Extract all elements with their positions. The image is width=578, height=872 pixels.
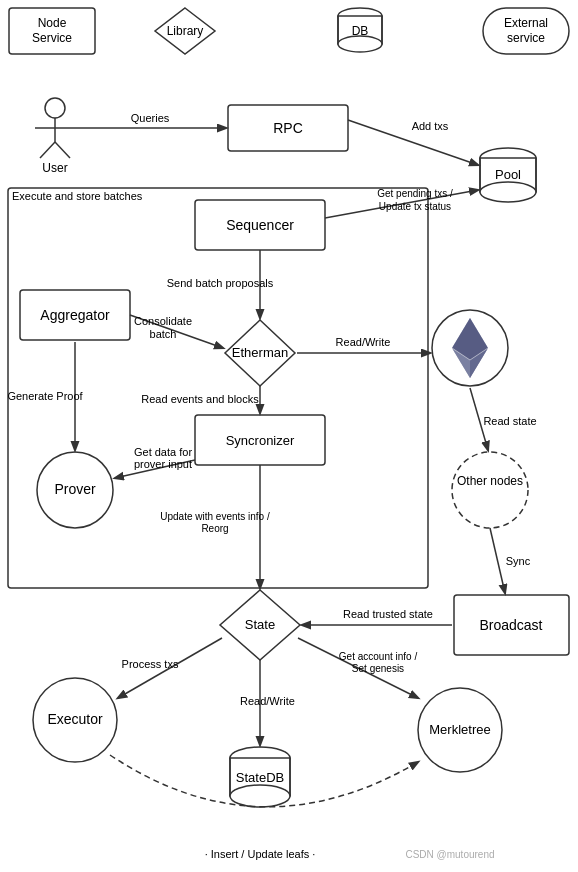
other-nodes-label: Other nodes <box>457 474 523 488</box>
send-batch-label: Send batch proposals <box>167 277 274 289</box>
get-data-label: Get data for <box>134 446 192 458</box>
aggregator-label: Aggregator <box>40 307 110 323</box>
watermark: CSDN @mutourend <box>405 849 494 860</box>
executor-label: Executor <box>47 711 103 727</box>
syncronizer-label: Syncronizer <box>226 433 295 448</box>
consolidate-label: Consolidate <box>134 315 192 327</box>
legend-db: DB <box>352 24 369 38</box>
legend-node-service: Node <box>38 16 67 30</box>
read-state-label: Read state <box>483 415 536 427</box>
user-label: User <box>42 161 67 175</box>
statedb-label: StateDB <box>236 770 284 785</box>
legend-library: Library <box>167 24 204 38</box>
rpc-label: RPC <box>273 120 303 136</box>
read-write-label: Read/Write <box>336 336 391 348</box>
update-tx-label: Update tx status <box>379 201 451 212</box>
pool-label: Pool <box>495 167 521 182</box>
svg-point-55 <box>230 785 290 807</box>
etherman-label: Etherman <box>232 345 288 360</box>
process-txs-label: Process txs <box>122 658 179 670</box>
broadcast-label: Broadcast <box>479 617 542 633</box>
read-events-label: Read events and blocks <box>141 393 259 405</box>
read-write2-label: Read/Write <box>240 695 295 707</box>
merkletree-label: Merkletree <box>429 722 490 737</box>
prover-label: Prover <box>54 481 96 497</box>
get-data-label2: prover input <box>134 458 192 470</box>
legend-node-service2: Service <box>32 31 72 45</box>
legend-external2: service <box>507 31 545 45</box>
sync-label: Sync <box>506 555 531 567</box>
set-genesis-label: Set genesis <box>352 663 404 674</box>
get-pending-label: Get pending txs / <box>377 188 453 199</box>
svg-point-7 <box>338 36 382 52</box>
insert-update-label: · Insert / Update leafs · <box>205 848 316 860</box>
svg-point-19 <box>480 182 536 202</box>
update-events-label: Update with events info / <box>160 511 270 522</box>
svg-point-9 <box>45 98 65 118</box>
generate-proof-label: Generate Proof <box>7 390 83 402</box>
legend-external: External <box>504 16 548 30</box>
get-account-label: Get account info / <box>339 651 418 662</box>
svg-point-44 <box>452 452 528 528</box>
reorg-label: Reorg <box>201 523 228 534</box>
sequencer-label: Sequencer <box>226 217 294 233</box>
state-label: State <box>245 617 275 632</box>
read-trusted-label: Read trusted state <box>343 608 433 620</box>
execute-store-label: Execute and store batches <box>12 190 143 202</box>
queries-label: Queries <box>131 112 170 124</box>
consolidate-label2: batch <box>150 328 177 340</box>
add-txs-label: Add txs <box>412 120 449 132</box>
